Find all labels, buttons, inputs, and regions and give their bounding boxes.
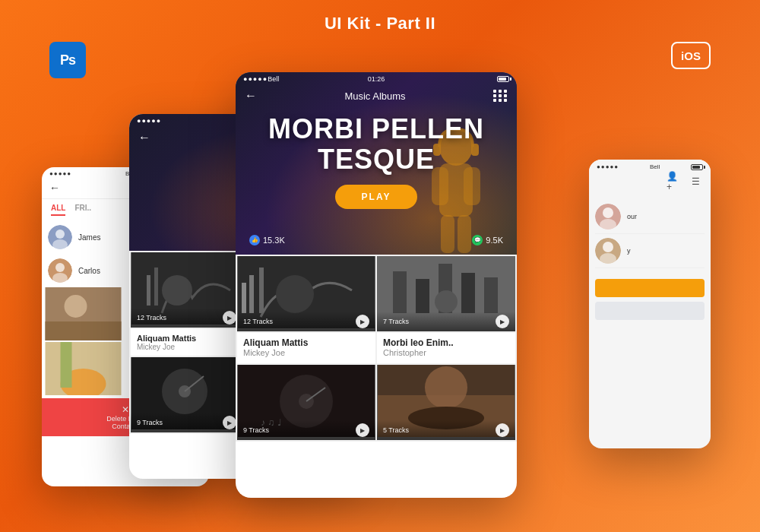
- back-icon[interactable]: ←: [49, 182, 60, 194]
- play-button[interactable]: ▶: [356, 315, 369, 328]
- profile-action-bar[interactable]: [595, 279, 705, 297]
- tab-all[interactable]: ALL: [51, 204, 65, 216]
- album-name: Aliquam Mattis: [137, 334, 236, 343]
- track-count: 12 Tracks: [137, 314, 166, 321]
- hero-stats: 👍 15.3K 💬 9.5K: [236, 235, 517, 245]
- hero-section: ●●●●● Bell 01:26 ← Music Albums MORBI PE…: [236, 72, 517, 255]
- thumb-icon: 👍: [249, 235, 260, 245]
- avatar-diane: [595, 238, 621, 264]
- svg-point-4: [55, 263, 65, 272]
- svg-rect-56: [416, 279, 429, 313]
- album-card-1[interactable]: 12 Tracks ▶: [237, 256, 375, 331]
- svg-point-73: [603, 242, 613, 252]
- status-bar-profile: ●●●●● Bell: [589, 160, 711, 173]
- play-button[interactable]: ▶: [496, 423, 509, 437]
- svg-point-1: [55, 230, 65, 239]
- profile-list: our y: [589, 194, 711, 274]
- photo-cell: [42, 342, 125, 395]
- album-name-2: Morbi leo Enim..: [383, 337, 509, 348]
- page-title: UI Kit - Part II: [0, 0, 760, 41]
- play-button[interactable]: ▶: [496, 315, 509, 328]
- svg-point-7: [65, 295, 87, 318]
- album-artist: Mickey Joe: [137, 343, 236, 351]
- avatar-carlos: [48, 258, 72, 283]
- play-button[interactable]: ▶: [223, 416, 236, 429]
- play-button[interactable]: PLAY: [335, 185, 418, 209]
- album-card-2[interactable]: 7 Tracks ▶: [377, 256, 515, 331]
- status-bar-main: ●●●●● Bell 01:26: [236, 72, 517, 86]
- track-count: 5 Tracks: [383, 426, 409, 434]
- album-overlay: 12 Tracks ▶: [131, 308, 242, 328]
- profile-phone: ●●●●● Bell 👤+ ☰ our y: [589, 160, 711, 448]
- album-grid-main: 12 Tracks ▶ 7 Tracks ▶: [236, 255, 517, 333]
- photo-cell: [42, 287, 125, 340]
- tab-friends[interactable]: FRI..: [74, 204, 91, 216]
- svg-rect-45: [441, 215, 454, 253]
- ps-badge: Ps: [49, 42, 86, 78]
- back-icon[interactable]: ←: [138, 131, 150, 144]
- svg-rect-46: [458, 215, 471, 253]
- album-grid-row2: ♪ ♫ ♩ 9 Tracks ▶ 5 Tracks ▶: [236, 365, 517, 442]
- svg-point-70: [603, 207, 613, 218]
- profile-action-bar2[interactable]: [595, 302, 705, 320]
- play-button[interactable]: ▶: [356, 423, 369, 437]
- album-overlay: 9 Tracks ▶: [237, 420, 375, 440]
- album-overlay: 7 Tracks ▶: [377, 312, 515, 331]
- main-music-phone: ●●●●● Bell 01:26 ← Music Albums MORBI PE…: [236, 72, 517, 498]
- album-artist-1: Mickey Joe: [243, 348, 369, 357]
- svg-rect-26: [147, 275, 150, 306]
- profile-list-item[interactable]: y: [595, 234, 705, 268]
- svg-rect-52: [259, 268, 264, 313]
- album-card[interactable]: 12 Tracks ▶: [131, 252, 242, 328]
- svg-point-25: [162, 275, 192, 306]
- play-button[interactable]: ▶: [223, 311, 236, 325]
- album-card-3[interactable]: ♪ ♫ ♩ 9 Tracks ▶: [237, 365, 375, 440]
- comments-stat: 💬 9.5K: [472, 235, 503, 245]
- profile-name: our: [627, 213, 637, 220]
- ios-badge: iOS: [671, 42, 711, 69]
- hero-content: MORBI PELLEN TESQUE PLAY: [236, 114, 517, 209]
- menu-icon[interactable]: ☰: [688, 174, 703, 189]
- svg-rect-59: [484, 277, 498, 313]
- nav-title: Music Albums: [344, 90, 405, 102]
- svg-rect-27: [154, 268, 158, 306]
- avatar-james: [48, 225, 72, 249]
- profile-list-item[interactable]: our: [595, 200, 705, 234]
- album-card-4[interactable]: 5 Tracks ▶: [377, 365, 515, 440]
- album-overlay: 5 Tracks ▶: [377, 420, 515, 440]
- album-artist-2: Christopher: [383, 348, 509, 357]
- chat-icon: 💬: [472, 235, 483, 245]
- svg-rect-58: [461, 273, 475, 313]
- svg-rect-55: [393, 271, 407, 313]
- svg-rect-8: [46, 321, 122, 340]
- track-count: 7 Tracks: [383, 318, 409, 325]
- svg-point-67: [425, 366, 467, 409]
- album-overlay: 9 Tracks ▶: [131, 413, 242, 432]
- menu-icon[interactable]: [493, 90, 508, 102]
- album-name-1: Aliquam Mattis: [243, 337, 369, 348]
- track-count: 9 Tracks: [137, 419, 163, 426]
- svg-rect-14: [61, 342, 72, 388]
- nav-bar-main: ← Music Albums: [236, 86, 517, 106]
- svg-point-60: [435, 290, 458, 313]
- track-count: 9 Tracks: [243, 426, 269, 434]
- add-user-icon[interactable]: 👤+: [667, 174, 682, 189]
- svg-point-50: [276, 275, 314, 313]
- back-icon[interactable]: ←: [245, 89, 257, 103]
- album-overlay: 12 Tracks ▶: [237, 312, 375, 331]
- likes-stat: 👍 15.3K: [249, 235, 285, 245]
- svg-rect-51: [249, 275, 254, 313]
- hero-title: MORBI PELLEN TESQUE: [251, 114, 502, 174]
- battery-icon: [691, 164, 703, 170]
- track-count: 12 Tracks: [243, 318, 273, 325]
- profile-nav: 👤+ ☰: [589, 173, 711, 194]
- avatar-sarah: [595, 204, 621, 230]
- album-card[interactable]: 9 Tracks ▶: [131, 357, 242, 432]
- battery-icon: [497, 76, 509, 82]
- profile-name: y: [627, 247, 631, 255]
- svg-rect-53: [242, 283, 246, 313]
